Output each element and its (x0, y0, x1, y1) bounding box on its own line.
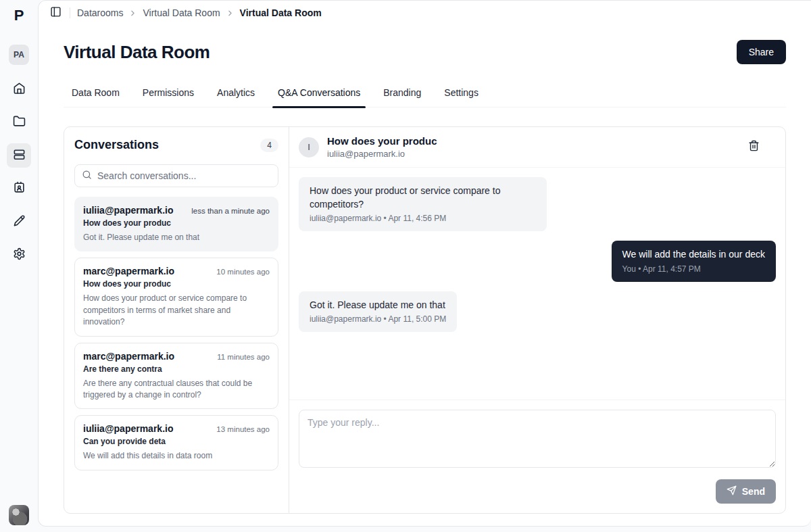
conversations-title: Conversations (74, 138, 159, 152)
contacts-icon (13, 181, 26, 197)
tab-bar: Data Room Permissions Analytics Q&A Conv… (64, 84, 786, 107)
conversation-time: less than a minute ago (191, 207, 270, 215)
sidebar-item-contacts[interactable] (7, 176, 31, 201)
tab-permissions[interactable]: Permissions (141, 84, 195, 107)
conversation-preview: Are there any contractual clauses that c… (83, 378, 270, 402)
topbar: Datarooms Virtual Data Room Virtual Data… (39, 1, 811, 25)
sidebar-nav (7, 77, 31, 267)
sidebar-item-settings[interactable] (7, 243, 31, 267)
message-meta: iuliia@papermark.io • Apr 11, 5:00 PM (310, 314, 446, 324)
message-bubble: How does your product or service compare… (299, 177, 547, 231)
share-button[interactable]: Share (737, 40, 786, 64)
thread-pane: I How does your produc iuliia@papermark.… (289, 127, 785, 513)
thread-header: I How does your produc iuliia@papermark.… (289, 127, 785, 168)
message-text: How does your product or service compare… (310, 185, 536, 211)
send-plane-icon (727, 485, 737, 498)
conversation-time: 11 minutes ago (217, 353, 270, 361)
sidebar-item-folders[interactable] (7, 110, 31, 135)
tab-branding[interactable]: Branding (382, 84, 422, 107)
app-logo: P (14, 8, 24, 23)
thread-meta: How does your produc iuliia@papermark.io (327, 135, 735, 159)
message-bubble: Got it. Please update me on that iuliia@… (299, 291, 457, 333)
message-text: Got it. Please update me on that (310, 299, 446, 312)
trash-icon (748, 140, 760, 154)
conversation-items: iuliia@papermark.io less than a minute a… (74, 197, 278, 470)
workspace-badge[interactable]: PA (9, 45, 29, 65)
conversation-time: 13 minutes ago (216, 425, 270, 433)
conversation-title: Can you provide deta (83, 437, 270, 446)
main-panel: Datarooms Virtual Data Room Virtual Data… (38, 0, 811, 527)
conversation-list-item[interactable]: marc@papermark.io 11 minutes ago Are the… (74, 343, 278, 410)
sidebar-toggle-button[interactable] (48, 5, 63, 20)
page-content: Virtual Data Room Share Data Room Permis… (39, 25, 811, 526)
sidebar-item-home[interactable] (7, 77, 31, 101)
message-meta: You • Apr 11, 4:57 PM (622, 264, 765, 274)
conversation-email: iuliia@papermark.io (83, 423, 173, 434)
conversation-list-item[interactable]: marc@papermark.io 10 minutes ago How doe… (74, 258, 278, 336)
message-text: We will add the details in our deck (622, 248, 765, 262)
conversation-title: How does your produc (83, 218, 270, 228)
page-header: Virtual Data Room Share (64, 40, 786, 64)
topbar-divider (70, 7, 70, 18)
send-button[interactable]: Send (716, 479, 776, 504)
thread-title: How does your produc (327, 135, 735, 147)
chevron-right-icon (226, 9, 235, 18)
breadcrumb-item-current: Virtual Data Room (240, 7, 322, 18)
page-title: Virtual Data Room (64, 42, 210, 63)
sidebar: P PA (0, 0, 38, 532)
message-list: How does your product or service compare… (289, 168, 785, 400)
reply-input[interactable] (299, 410, 776, 468)
datarooms-icon (13, 148, 26, 164)
send-button-label: Send (742, 486, 765, 497)
message-row: We will add the details in our deck You … (299, 241, 776, 282)
conversation-email: iuliia@papermark.io (83, 205, 173, 216)
tab-data-room[interactable]: Data Room (70, 84, 121, 107)
message-row: Got it. Please update me on that iuliia@… (299, 291, 776, 333)
search-input[interactable] (97, 170, 271, 181)
search-icon (82, 170, 92, 183)
breadcrumb-item-datarooms[interactable]: Datarooms (77, 7, 123, 18)
panel-left-icon (50, 6, 62, 20)
conversation-list-pane: Conversations 4 iuliia@papermark.io less… (64, 127, 289, 513)
pen-icon (13, 214, 26, 230)
thread-email: iuliia@papermark.io (327, 149, 735, 159)
tab-settings[interactable]: Settings (443, 84, 480, 107)
breadcrumb: Datarooms Virtual Data Room Virtual Data… (77, 7, 322, 18)
settings-gear-icon (13, 247, 26, 263)
breadcrumb-item-parent[interactable]: Virtual Data Room (143, 7, 220, 18)
conversations-count-badge: 4 (260, 139, 278, 152)
tab-qa-conversations[interactable]: Q&A Conversations (276, 84, 362, 107)
reply-area: Send (289, 400, 785, 513)
conversation-time: 10 minutes ago (216, 268, 270, 276)
conversation-title: How does your produc (83, 279, 270, 289)
app-root: P PA (0, 0, 811, 532)
conversation-preview: We will add this details in data room (83, 450, 270, 462)
conversation-preview: How does your product or service compare… (83, 293, 270, 328)
conversation-title: Are there any contra (83, 364, 270, 374)
folder-icon (13, 115, 26, 130)
home-icon (13, 82, 26, 97)
conversation-email: marc@papermark.io (83, 351, 174, 362)
user-avatar[interactable] (9, 505, 29, 525)
chevron-right-icon (128, 9, 137, 18)
conversation-search (74, 164, 278, 187)
sidebar-item-branding[interactable] (7, 210, 31, 234)
conversations-panel: Conversations 4 iuliia@papermark.io less… (64, 126, 786, 514)
message-row: How does your product or service compare… (299, 177, 776, 231)
message-bubble: We will add the details in our deck You … (612, 241, 776, 282)
sidebar-item-datarooms[interactable] (7, 143, 31, 168)
conversation-list-item[interactable]: iuliia@papermark.io less than a minute a… (74, 197, 278, 251)
delete-conversation-button[interactable] (743, 137, 764, 158)
message-meta: iuliia@papermark.io • Apr 11, 4:56 PM (310, 214, 536, 223)
thread-avatar: I (299, 137, 319, 158)
send-row: Send (299, 479, 776, 504)
conversation-list-header: Conversations 4 (74, 138, 278, 152)
conversation-email: marc@papermark.io (83, 266, 174, 276)
tab-analytics[interactable]: Analytics (216, 84, 256, 107)
conversation-list-item[interactable]: iuliia@papermark.io 13 minutes ago Can y… (74, 415, 278, 470)
conversation-preview: Got it. Please update me on that (83, 232, 270, 243)
